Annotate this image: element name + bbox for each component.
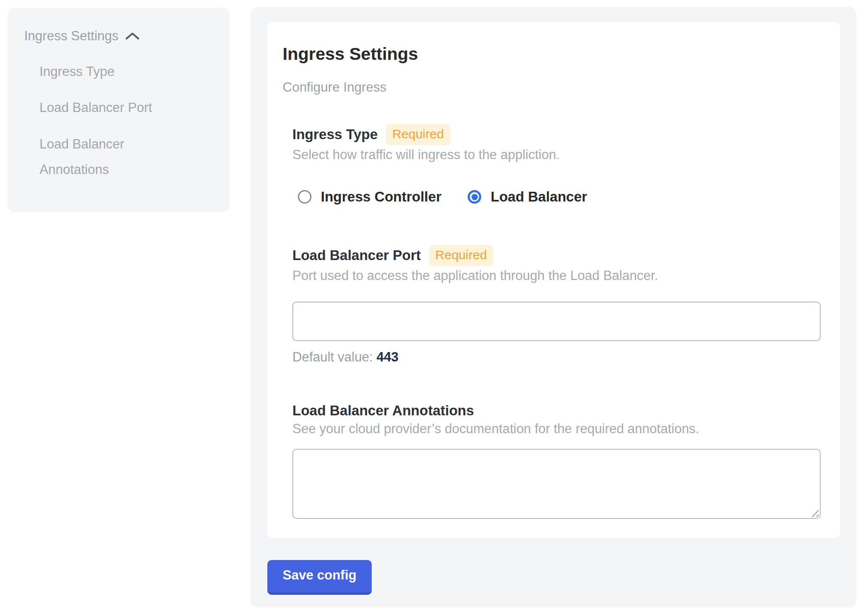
- sidebar-section-toggle[interactable]: Ingress Settings: [24, 28, 216, 45]
- required-badge: Required: [386, 124, 450, 145]
- ingress-type-description: Select how traffic will ingress to the a…: [292, 147, 819, 162]
- load-balancer-port-heading: Load Balancer Port: [292, 247, 421, 264]
- section-load-balancer-port: Load Balancer Port Required Port used to…: [292, 245, 819, 365]
- radio-dot: [471, 194, 478, 200]
- sidebar-item-load-balancer-annotations[interactable]: Load Balancer Annotations: [39, 132, 171, 182]
- ingress-settings-panel: Ingress Settings Configure Ingress Ingre…: [250, 7, 856, 608]
- sidebar-section-title: Ingress Settings: [24, 28, 118, 45]
- radio-unselected-icon[interactable]: [298, 190, 311, 204]
- radio-selected-icon[interactable]: [468, 190, 481, 204]
- ingress-settings-card: Ingress Settings Configure Ingress Ingre…: [267, 22, 840, 538]
- load-balancer-annotations-textarea[interactable]: [292, 449, 821, 519]
- ingress-type-radio-group: Ingress Controller Load Balancer: [298, 188, 819, 206]
- section-ingress-type: Ingress Type Required Select how traffic…: [292, 124, 819, 206]
- annotations-textarea-wrap: [292, 449, 821, 519]
- load-balancer-port-description: Port used to access the application thro…: [292, 268, 819, 283]
- section-load-balancer-annotations: Load Balancer Annotations See your cloud…: [292, 402, 819, 519]
- page-title: Ingress Settings: [283, 43, 819, 64]
- radio-option-ingress-controller[interactable]: Ingress Controller: [298, 189, 441, 205]
- page-subtitle: Configure Ingress: [283, 79, 819, 95]
- default-value-label: Default value:: [292, 350, 373, 364]
- required-badge: Required: [429, 245, 494, 266]
- load-balancer-annotations-heading: Load Balancer Annotations: [292, 402, 474, 419]
- default-value: 443: [376, 350, 398, 364]
- sidebar-item-load-balancer-port[interactable]: Load Balancer Port: [39, 99, 171, 116]
- radio-option-load-balancer[interactable]: Load Balancer: [468, 189, 587, 205]
- ingress-type-heading: Ingress Type: [292, 126, 378, 143]
- load-balancer-annotations-description: See your cloud provider’s documentation …: [292, 421, 819, 437]
- settings-sidebar: Ingress Settings Ingress Type Load Balan…: [8, 8, 229, 212]
- sidebar-item-ingress-type[interactable]: Ingress Type: [39, 63, 171, 80]
- load-balancer-port-input[interactable]: [292, 302, 821, 341]
- radio-label: Ingress Controller: [321, 189, 441, 205]
- chevron-up-icon: [125, 32, 140, 40]
- save-config-button[interactable]: Save config: [267, 560, 372, 595]
- radio-label: Load Balancer: [491, 189, 587, 205]
- default-value-row: Default value: 443: [292, 350, 819, 365]
